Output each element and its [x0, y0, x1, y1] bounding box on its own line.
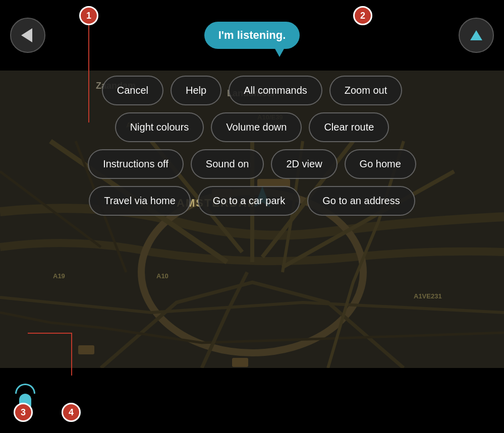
instructions-off-button[interactable]: Instructions off: [88, 149, 184, 179]
go-to-address-button[interactable]: Go to an address: [307, 186, 415, 216]
commands-row-2: Night colours Volume down Clear route: [30, 112, 474, 142]
annotation-4: 4: [62, 403, 81, 422]
speech-bubble-text: I'm listening.: [218, 29, 286, 41]
annotation-line-1: [88, 24, 89, 122]
2d-view-button[interactable]: 2D view: [271, 149, 337, 179]
back-button[interactable]: [10, 18, 45, 53]
nav-direction-button[interactable]: [459, 18, 494, 53]
night-colours-button[interactable]: Night colours: [115, 112, 204, 142]
annotation-2: 2: [353, 6, 372, 25]
annotation-line-4-v: [71, 333, 72, 376]
svg-rect-3: [78, 345, 94, 354]
travel-via-home-button[interactable]: Travel via home: [89, 186, 191, 216]
top-bar: I'm listening.: [0, 0, 504, 71]
annotation-3: 3: [14, 403, 33, 422]
svg-rect-4: [232, 358, 248, 367]
go-to-car-park-button[interactable]: Go to a car park: [198, 186, 300, 216]
sound-on-button[interactable]: Sound on: [191, 149, 264, 179]
cancel-button[interactable]: Cancel: [102, 76, 163, 105]
annotation-line-4-h: [28, 333, 72, 334]
commands-area: Cancel Help All commands Zoom out Night …: [30, 76, 474, 216]
volume-down-button[interactable]: Volume down: [211, 112, 302, 142]
speech-bubble: I'm listening.: [204, 22, 300, 49]
annotation-1: 1: [79, 6, 98, 25]
help-button[interactable]: Help: [171, 76, 221, 105]
commands-row-1: Cancel Help All commands Zoom out: [30, 76, 474, 105]
commands-row-4: Travel via home Go to a car park Go to a…: [30, 186, 474, 216]
bottom-bar: [0, 368, 504, 433]
all-commands-button[interactable]: All commands: [229, 76, 322, 105]
zoom-out-button[interactable]: Zoom out: [329, 76, 402, 105]
go-home-button[interactable]: Go home: [345, 149, 416, 179]
clear-route-button[interactable]: Clear route: [309, 112, 389, 142]
commands-row-3: Instructions off Sound on 2D view Go hom…: [30, 149, 474, 179]
